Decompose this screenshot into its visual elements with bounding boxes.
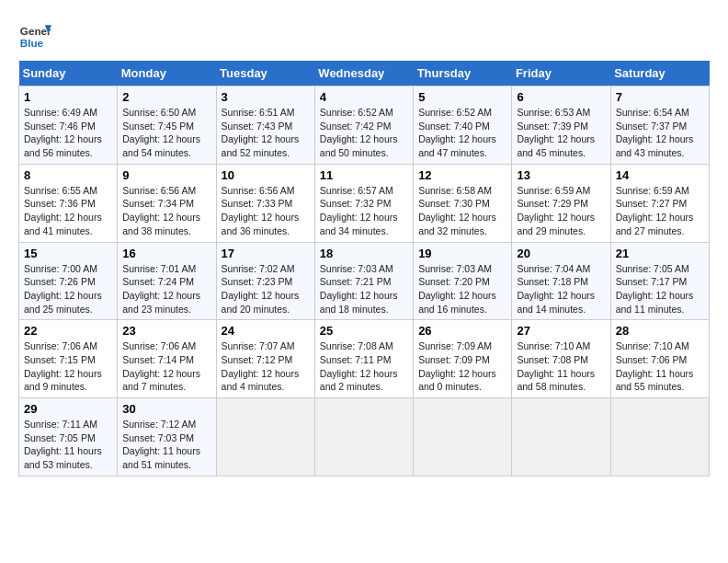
day-number: 30: [122, 402, 210, 416]
day-number: 26: [418, 324, 506, 338]
day-number: 2: [122, 90, 210, 104]
calendar-cell: 2Sunrise: 6:50 AMSunset: 7:45 PMDaylight…: [118, 86, 216, 165]
day-info: Sunrise: 7:03 AMSunset: 7:21 PMDaylight:…: [320, 263, 398, 315]
calendar-header-cell: Thursday: [414, 61, 512, 86]
calendar-cell: 18Sunrise: 7:03 AMSunset: 7:21 PMDayligh…: [314, 242, 413, 320]
day-info: Sunrise: 7:03 AMSunset: 7:20 PMDaylight:…: [418, 263, 496, 315]
calendar-week-row: 15Sunrise: 7:00 AMSunset: 7:26 PMDayligh…: [19, 242, 710, 320]
day-number: 1: [24, 90, 112, 104]
calendar-cell: [512, 398, 610, 477]
calendar-cell: 19Sunrise: 7:03 AMSunset: 7:20 PMDayligh…: [414, 242, 512, 320]
day-number: 12: [418, 168, 506, 182]
day-info: Sunrise: 6:53 AMSunset: 7:39 PMDaylight:…: [517, 107, 595, 158]
day-info: Sunrise: 7:05 AMSunset: 7:17 PMDaylight:…: [616, 263, 694, 315]
day-info: Sunrise: 6:52 AMSunset: 7:40 PMDaylight:…: [418, 107, 496, 158]
day-number: 18: [320, 247, 408, 260]
day-number: 25: [320, 324, 408, 338]
calendar-cell: 30Sunrise: 7:12 AMSunset: 7:03 PMDayligh…: [118, 398, 216, 477]
day-number: 22: [24, 324, 112, 338]
day-number: 8: [24, 168, 112, 182]
calendar-cell: 7Sunrise: 6:54 AMSunset: 7:37 PMDaylight…: [610, 86, 709, 165]
calendar-cell: 10Sunrise: 6:56 AMSunset: 7:33 PMDayligh…: [216, 164, 314, 242]
day-number: 17: [222, 247, 310, 260]
page-header: General Blue: [18, 18, 710, 52]
calendar-week-row: 29Sunrise: 7:11 AMSunset: 7:05 PMDayligh…: [19, 398, 710, 477]
day-info: Sunrise: 6:50 AMSunset: 7:45 PMDaylight:…: [122, 107, 200, 158]
day-info: Sunrise: 7:04 AMSunset: 7:18 PMDaylight:…: [517, 263, 595, 315]
calendar-cell: [414, 398, 512, 477]
day-number: 20: [517, 247, 605, 260]
calendar-table: SundayMondayTuesdayWednesdayThursdayFrid…: [18, 61, 710, 477]
calendar-cell: 15Sunrise: 7:00 AMSunset: 7:26 PMDayligh…: [19, 242, 118, 320]
calendar-cell: [216, 398, 314, 477]
svg-text:Blue: Blue: [20, 37, 44, 49]
day-info: Sunrise: 7:10 AMSunset: 7:06 PMDaylight:…: [616, 340, 694, 392]
calendar-cell: 20Sunrise: 7:04 AMSunset: 7:18 PMDayligh…: [512, 242, 610, 320]
day-number: 29: [24, 402, 112, 416]
day-info: Sunrise: 7:12 AMSunset: 7:03 PMDaylight:…: [122, 419, 200, 470]
calendar-cell: 28Sunrise: 7:10 AMSunset: 7:06 PMDayligh…: [610, 320, 709, 398]
day-info: Sunrise: 6:54 AMSunset: 7:37 PMDaylight:…: [616, 107, 694, 158]
calendar-week-row: 22Sunrise: 7:06 AMSunset: 7:15 PMDayligh…: [19, 320, 710, 398]
calendar-header-cell: Monday: [118, 61, 216, 86]
day-info: Sunrise: 7:10 AMSunset: 7:08 PMDaylight:…: [517, 340, 595, 392]
day-info: Sunrise: 6:52 AMSunset: 7:42 PMDaylight:…: [320, 107, 398, 158]
day-number: 19: [418, 247, 506, 260]
day-info: Sunrise: 6:57 AMSunset: 7:32 PMDaylight:…: [320, 185, 398, 236]
calendar-cell: 6Sunrise: 6:53 AMSunset: 7:39 PMDaylight…: [512, 86, 610, 165]
calendar-cell: 24Sunrise: 7:07 AMSunset: 7:12 PMDayligh…: [216, 320, 314, 398]
calendar-cell: 21Sunrise: 7:05 AMSunset: 7:17 PMDayligh…: [610, 242, 709, 320]
day-info: Sunrise: 6:59 AMSunset: 7:29 PMDaylight:…: [517, 185, 595, 236]
logo: General Blue: [18, 18, 51, 52]
calendar-cell: 27Sunrise: 7:10 AMSunset: 7:08 PMDayligh…: [512, 320, 610, 398]
calendar-cell: 16Sunrise: 7:01 AMSunset: 7:24 PMDayligh…: [118, 242, 216, 320]
calendar-header-row: SundayMondayTuesdayWednesdayThursdayFrid…: [19, 61, 710, 86]
day-number: 28: [616, 324, 704, 338]
calendar-cell: 14Sunrise: 6:59 AMSunset: 7:27 PMDayligh…: [610, 164, 709, 242]
day-number: 13: [517, 168, 605, 182]
day-info: Sunrise: 6:51 AMSunset: 7:43 PMDaylight:…: [222, 107, 300, 158]
day-number: 10: [222, 168, 310, 182]
day-info: Sunrise: 7:06 AMSunset: 7:15 PMDaylight:…: [24, 340, 102, 392]
logo-icon: General Blue: [18, 18, 51, 52]
calendar-header-cell: Tuesday: [216, 61, 314, 86]
day-info: Sunrise: 7:11 AMSunset: 7:05 PMDaylight:…: [24, 419, 102, 470]
calendar-cell: 11Sunrise: 6:57 AMSunset: 7:32 PMDayligh…: [314, 164, 413, 242]
calendar-cell: [314, 398, 413, 477]
calendar-cell: 17Sunrise: 7:02 AMSunset: 7:23 PMDayligh…: [216, 242, 314, 320]
day-info: Sunrise: 6:58 AMSunset: 7:30 PMDaylight:…: [418, 185, 496, 236]
day-number: 7: [616, 90, 704, 104]
calendar-cell: 4Sunrise: 6:52 AMSunset: 7:42 PMDaylight…: [314, 86, 413, 165]
calendar-cell: 23Sunrise: 7:06 AMSunset: 7:14 PMDayligh…: [118, 320, 216, 398]
day-number: 15: [24, 247, 112, 260]
calendar-cell: [610, 398, 709, 477]
day-info: Sunrise: 6:55 AMSunset: 7:36 PMDaylight:…: [24, 185, 102, 236]
day-info: Sunrise: 7:07 AMSunset: 7:12 PMDaylight:…: [222, 340, 300, 392]
day-number: 14: [616, 168, 704, 182]
day-info: Sunrise: 7:06 AMSunset: 7:14 PMDaylight:…: [122, 340, 200, 392]
day-info: Sunrise: 6:56 AMSunset: 7:34 PMDaylight:…: [122, 185, 200, 236]
day-info: Sunrise: 7:08 AMSunset: 7:11 PMDaylight:…: [320, 340, 398, 392]
day-number: 6: [517, 90, 605, 104]
calendar-cell: 29Sunrise: 7:11 AMSunset: 7:05 PMDayligh…: [19, 398, 118, 477]
day-info: Sunrise: 7:09 AMSunset: 7:09 PMDaylight:…: [418, 340, 496, 392]
calendar-header-cell: Wednesday: [314, 61, 413, 86]
calendar-cell: 13Sunrise: 6:59 AMSunset: 7:29 PMDayligh…: [512, 164, 610, 242]
day-number: 3: [222, 90, 310, 104]
calendar-cell: 3Sunrise: 6:51 AMSunset: 7:43 PMDaylight…: [216, 86, 314, 165]
day-info: Sunrise: 7:01 AMSunset: 7:24 PMDaylight:…: [122, 263, 200, 315]
calendar-cell: 5Sunrise: 6:52 AMSunset: 7:40 PMDaylight…: [414, 86, 512, 165]
day-info: Sunrise: 6:56 AMSunset: 7:33 PMDaylight:…: [222, 185, 300, 236]
calendar-week-row: 1Sunrise: 6:49 AMSunset: 7:46 PMDaylight…: [19, 86, 710, 165]
calendar-body: 1Sunrise: 6:49 AMSunset: 7:46 PMDaylight…: [19, 86, 710, 477]
calendar-cell: 12Sunrise: 6:58 AMSunset: 7:30 PMDayligh…: [414, 164, 512, 242]
calendar-week-row: 8Sunrise: 6:55 AMSunset: 7:36 PMDaylight…: [19, 164, 710, 242]
calendar-cell: 8Sunrise: 6:55 AMSunset: 7:36 PMDaylight…: [19, 164, 118, 242]
calendar-header-cell: Sunday: [19, 61, 118, 86]
calendar-cell: 26Sunrise: 7:09 AMSunset: 7:09 PMDayligh…: [414, 320, 512, 398]
day-number: 9: [122, 168, 210, 182]
day-number: 16: [122, 247, 210, 260]
day-info: Sunrise: 6:49 AMSunset: 7:46 PMDaylight:…: [24, 107, 102, 158]
day-number: 5: [418, 90, 506, 104]
calendar-cell: 9Sunrise: 6:56 AMSunset: 7:34 PMDaylight…: [118, 164, 216, 242]
